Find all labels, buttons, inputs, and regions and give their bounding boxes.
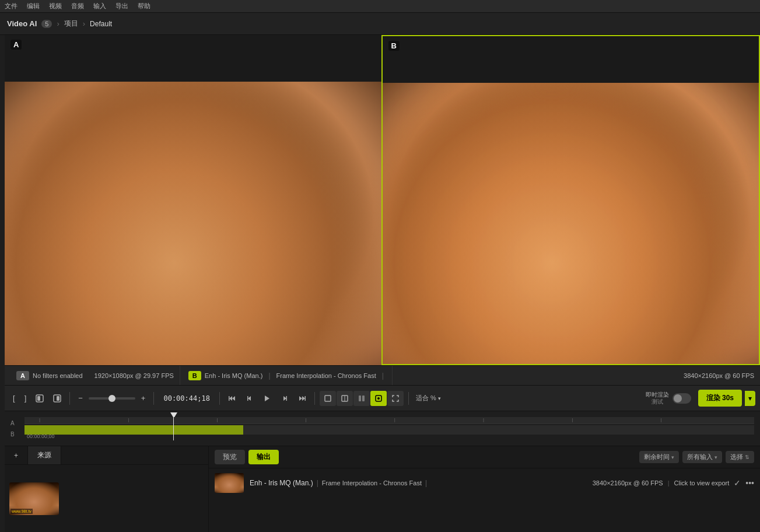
menu-file[interactable]: 文件 [5, 2, 17, 10]
export-item-filter: Frame Interpolation - Chronos Fast [322, 480, 422, 487]
all-inputs-label: 所有输入 [687, 453, 713, 461]
zoom-scrubber[interactable] [89, 397, 135, 400]
timeline-label-a: A [10, 420, 22, 426]
svg-rect-3 [57, 396, 59, 401]
panel-b-top-bar [383, 36, 759, 83]
ctrl-divider-2 [153, 392, 154, 405]
export-tab-btn[interactable]: 输出 [248, 450, 279, 464]
bracket-in-btn[interactable]: [ [9, 391, 19, 405]
export-resolution: 3840×2160px @ 60 FPS [593, 480, 663, 487]
main-content: A B A No filters enabled 1920×1080px @ 2… [0, 35, 760, 532]
menu-export[interactable]: 导出 [115, 2, 128, 10]
ctrl-divider-3 [219, 392, 220, 405]
skip-start-icon [228, 394, 236, 402]
timeline-area: A B | | | | | | | | [5, 411, 760, 446]
instant-render-section: 即时渲染 测试 [641, 391, 696, 405]
breadcrumb-parent[interactable]: 项目 [64, 19, 78, 29]
bottom-section: + 来源 www.98t.tv 预览 输出 [5, 446, 760, 532]
skip-end-btn[interactable] [295, 392, 310, 405]
check-icon: ✓ [734, 478, 741, 488]
mark-out-btn[interactable] [50, 392, 65, 405]
timeline-time-label: 00:00:00;00 [27, 433, 55, 439]
panel-b-label: B [388, 41, 400, 51]
render-button[interactable]: 渲染 30s [698, 390, 742, 407]
source-area: www.98t.tv [5, 465, 208, 532]
render-dropdown-btn[interactable]: ▾ [745, 391, 755, 406]
view-split-icon [341, 395, 348, 402]
svg-rect-15 [325, 396, 331, 401]
breadcrumb-separator-2: › [83, 19, 85, 28]
svg-marker-13 [302, 396, 305, 401]
fit-label: 适合 % [416, 394, 436, 402]
svg-marker-7 [248, 396, 251, 401]
project-count-badge: 5 [41, 20, 52, 28]
remaining-time-filter[interactable]: 剩余时间 ▾ [639, 451, 679, 463]
export-thumbnail [215, 473, 244, 493]
click-to-export[interactable]: Click to view export [674, 480, 730, 487]
step-back-btn[interactable] [242, 392, 257, 405]
svg-marker-10 [283, 396, 286, 401]
minus-btn[interactable]: − [75, 391, 86, 405]
plus-btn[interactable]: + [138, 391, 149, 405]
menu-help[interactable]: 帮助 [138, 2, 150, 10]
svg-rect-14 [304, 396, 306, 401]
panel-b-status: B Enh - Iris MQ (Man.) | Frame Interpola… [183, 366, 393, 385]
select-arrows: ⇅ [745, 454, 750, 460]
view-single-icon [324, 395, 331, 402]
menu-audio[interactable]: 音频 [71, 2, 84, 10]
tab-source-label[interactable]: 来源 [28, 446, 61, 464]
remaining-time-arrow: ▾ [671, 454, 674, 460]
play-btn[interactable] [260, 392, 275, 405]
view-split-btn[interactable] [337, 391, 353, 406]
menu-edit[interactable]: 编辑 [27, 2, 40, 10]
scrubber-knob [108, 395, 115, 402]
playhead-line [173, 417, 174, 440]
menu-video[interactable]: 视频 [49, 2, 62, 10]
view-mode-buttons [320, 391, 404, 406]
timeline-progress [24, 425, 243, 435]
skip-start-btn[interactable] [225, 392, 240, 405]
preview-tab-btn[interactable]: 预览 [215, 450, 245, 464]
step-fwd-btn[interactable] [277, 392, 292, 405]
select-filter[interactable]: 选择 ⇅ [726, 451, 754, 463]
controls-bar: [ ] − + [5, 385, 760, 411]
source-watermark: www.98t.tv [10, 509, 33, 514]
export-filter-section: 剩余时间 ▾ 所有输入 ▾ 选择 ⇅ [639, 451, 754, 463]
video-panels: A B [5, 35, 760, 365]
menu-input[interactable]: 输入 [93, 2, 106, 10]
export-thumb-face [215, 473, 244, 493]
timeline-track[interactable]: | | | | | | | | 00:00:00;00 [24, 417, 754, 440]
view-preview-icon [375, 395, 382, 402]
panel-b-video-content [383, 83, 759, 365]
fullscreen-btn[interactable] [387, 391, 404, 406]
scrubber-container [89, 397, 135, 400]
breadcrumb-current: Default [90, 20, 112, 28]
ctrl-divider-1 [69, 392, 70, 405]
bracket-out-btn[interactable]: ] [21, 391, 30, 405]
fit-dropdown-btn[interactable]: 适合 % ▾ [414, 394, 443, 402]
instant-render-toggle[interactable] [673, 393, 691, 404]
panel-b-badge: B [188, 371, 201, 380]
panel-a-filter-status: No filters enabled [33, 372, 83, 379]
view-single-btn[interactable] [320, 391, 336, 406]
timeline-labels: A B [10, 420, 22, 438]
panel-a-top-bar [5, 35, 381, 82]
all-inputs-filter[interactable]: 所有输入 ▾ [682, 451, 722, 463]
view-preview-btn[interactable] [370, 391, 387, 406]
view-side-btn[interactable] [353, 391, 370, 406]
tab-add-source[interactable]: + [5, 446, 28, 464]
all-inputs-arrow: ▾ [715, 454, 717, 460]
video-area: A B A No filters enabled 1920×1080px @ 2… [5, 35, 760, 532]
app-title: Video AI [7, 19, 37, 28]
export-row: Enh - Iris MQ (Man.) | Frame Interpolati… [209, 468, 760, 498]
ctrl-divider-5 [408, 392, 409, 405]
select-label: 选择 [730, 453, 743, 461]
mark-in-icon [36, 394, 44, 402]
left-sidebar [0, 35, 5, 532]
more-options-icon[interactable]: ••• [745, 478, 754, 488]
svg-marker-12 [299, 396, 302, 401]
play-icon [263, 394, 271, 402]
source-thumbnail[interactable]: www.98t.tv [9, 482, 59, 515]
export-info: Enh - Iris MQ (Man.) | Frame Interpolati… [250, 479, 587, 487]
mark-in-btn[interactable] [32, 392, 47, 405]
